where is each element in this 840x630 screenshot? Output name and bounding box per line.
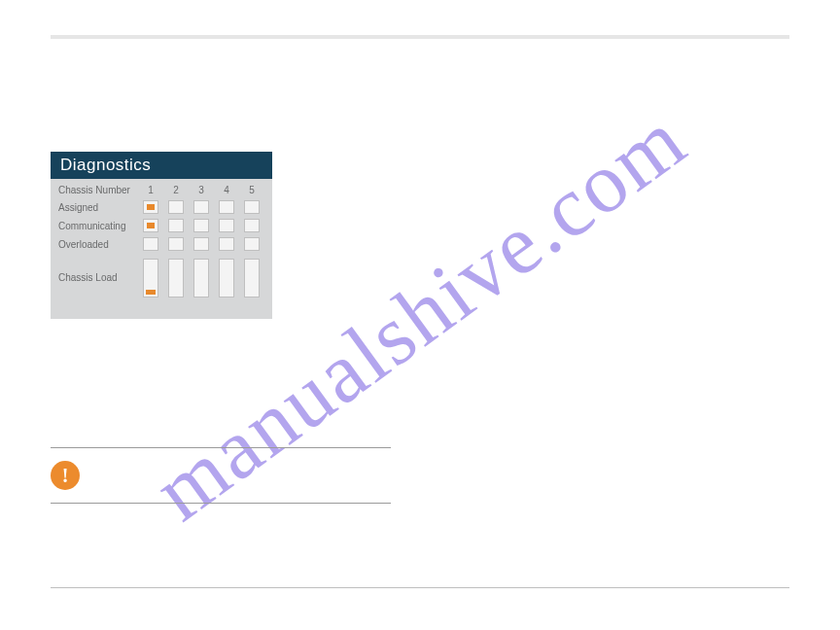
- diag-indicator: [143, 200, 158, 214]
- exclamation-icon: !: [51, 461, 80, 490]
- diag-load-bar: [193, 259, 209, 298]
- diagnostics-load-row: Chassis Load: [58, 257, 264, 298]
- diag-column-header: 4: [216, 185, 237, 195]
- important-callout: !: [51, 447, 391, 504]
- diag-indicator: [244, 219, 260, 232]
- bottom-rule: [51, 587, 789, 588]
- diag-column-header: 2: [165, 185, 187, 195]
- diag-indicator: [219, 219, 234, 232]
- diag-row-label: Overloaded: [58, 239, 136, 250]
- diag-indicator: [244, 237, 260, 251]
- diagnostics-title: Diagnostics: [51, 152, 272, 179]
- diag-load-bar: [168, 259, 184, 298]
- diag-load-fill: [146, 290, 156, 295]
- diag-indicator: [219, 200, 234, 214]
- diag-indicator: [168, 237, 184, 251]
- diagnostics-grid: Chassis Number12345AssignedCommunicating…: [58, 185, 264, 251]
- diag-indicator: [244, 200, 260, 214]
- diag-row-label: Assigned: [58, 202, 136, 213]
- diag-indicator: [193, 219, 209, 232]
- diag-load-bar: [219, 259, 234, 298]
- page: manualshive.com Diagnostics Chassis Numb…: [0, 0, 840, 630]
- diag-load-label: Chassis Load: [58, 272, 136, 283]
- diag-column-header: 3: [191, 185, 212, 195]
- diag-indicator: [143, 237, 158, 251]
- diag-load-bar: [143, 259, 158, 298]
- callout-body: !: [51, 448, 391, 503]
- diag-indicator: [193, 200, 209, 214]
- diag-column-header: 5: [241, 185, 262, 195]
- diag-indicator: [219, 237, 234, 251]
- diag-indicator: [168, 219, 184, 232]
- callout-rule-bottom: [51, 503, 391, 504]
- diagnostics-panel: Diagnostics Chassis Number12345AssignedC…: [51, 152, 272, 319]
- diag-header-label: Chassis Number: [58, 185, 136, 195]
- diag-indicator: [168, 200, 184, 214]
- diag-load-bar: [244, 259, 260, 298]
- diag-indicator: [143, 219, 158, 232]
- diag-indicator: [193, 237, 209, 251]
- diag-column-header: 1: [140, 185, 161, 195]
- diag-row-label: Communicating: [58, 221, 136, 231]
- top-rule: [51, 35, 789, 39]
- diagnostics-body: Chassis Number12345AssignedCommunicating…: [51, 179, 272, 303]
